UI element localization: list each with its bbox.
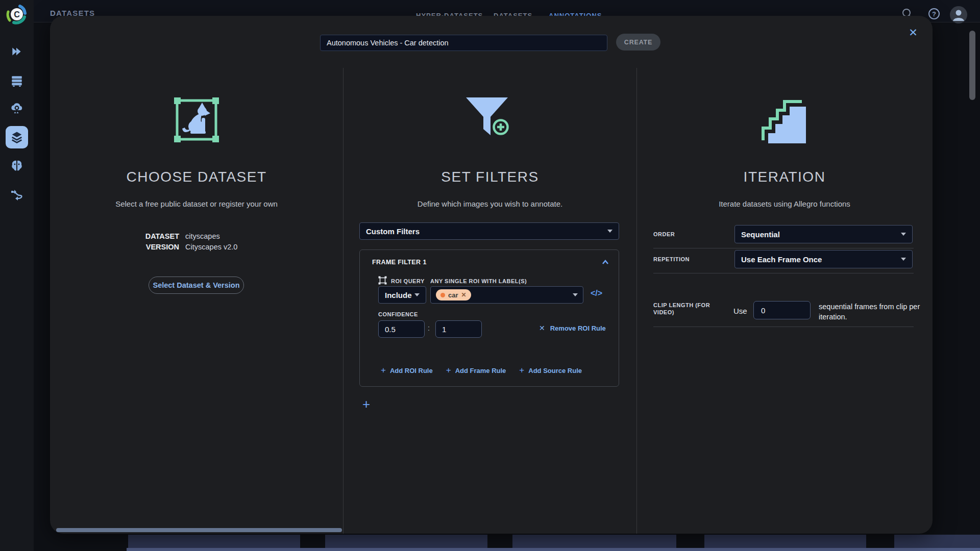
create-annotation-task-modal: CREATE ✕ CHOOSE DATASET Select a free pu… (50, 16, 933, 534)
expand-icon[interactable] (7, 41, 27, 62)
dataset-column-horizontal-scrollbar[interactable] (56, 528, 342, 532)
repetition-select[interactable]: Use Each Frame Once (734, 250, 913, 268)
dataset-field-label: DATASET (140, 232, 179, 240)
add-roi-rule-label: Add ROI Rule (390, 367, 433, 374)
roi-match-label: ANY SINGLE ROI WITH LABEL(S) (430, 278, 527, 284)
workers-icon[interactable] (7, 98, 27, 119)
add-rules-row: + Add ROI Rule + Add Frame Rule + Add So… (381, 365, 582, 375)
repetition-label: REPETITION (653, 256, 690, 262)
clip-length-suffix: sequential frames from clip per iteratio… (819, 302, 928, 322)
frame-filter-title: FRAME FILTER 1 (372, 259, 427, 266)
version-field-label: VERSION (140, 243, 179, 251)
chevron-down-icon (414, 293, 420, 296)
plus-icon: + (446, 365, 451, 375)
add-source-rule-label: Add Source Rule (528, 367, 582, 374)
svg-text:C: C (14, 10, 20, 19)
dataset-field-value: cityscapes (185, 232, 220, 240)
choose-dataset-heading: CHOOSE DATASET (74, 169, 319, 185)
filter-preset-select[interactable]: Custom Filters (359, 222, 619, 240)
roi-query-label: ROI QUERY (391, 278, 425, 284)
chip-close-icon[interactable]: ✕ (461, 291, 467, 298)
label-chip-text: car (448, 291, 458, 299)
clearml-logo[interactable]: C (6, 3, 28, 28)
filter-funnel-icon (465, 96, 514, 147)
background-table-cell (128, 535, 300, 548)
add-frame-rule-label: Add Frame Rule (455, 367, 506, 374)
background-table-cell (325, 535, 487, 548)
task-name-input[interactable] (320, 35, 607, 51)
iteration-heading: ITERATION (662, 169, 907, 185)
clip-length-input[interactable] (753, 301, 811, 319)
close-icon[interactable]: ✕ (905, 25, 921, 40)
label-color-dot (440, 293, 445, 297)
confidence-label: CONFIDENCE (378, 311, 418, 317)
datasets-icon[interactable] (7, 127, 27, 147)
frame-filter-panel: FRAME FILTER 1 ROI QUERY ANY SINGLE ROI … (359, 249, 619, 387)
chevron-down-icon (901, 233, 906, 236)
iteration-stairs-icon (760, 96, 809, 147)
models-icon[interactable] (7, 156, 27, 176)
include-select[interactable]: Include (378, 286, 426, 304)
column-divider (636, 68, 637, 534)
sidebar: C (0, 0, 34, 551)
order-value: Sequential (741, 230, 780, 239)
collapse-chevron-icon[interactable] (601, 258, 609, 267)
dataset-field-row: DATASET cityscapes (140, 232, 220, 240)
add-source-rule-link[interactable]: + Add Source Rule (519, 365, 582, 375)
background-table-cell (894, 535, 980, 548)
chevron-down-icon (573, 293, 578, 296)
set-filters-heading: SET FILTERS (368, 169, 612, 185)
choose-dataset-description: Select a free public dataset or register… (74, 199, 319, 208)
remove-roi-rule-label: Remove ROI Rule (550, 324, 606, 332)
remove-x-icon: ✕ (539, 324, 545, 332)
column-divider (343, 68, 344, 534)
page-vertical-scrollbar[interactable] (969, 31, 975, 100)
row-divider (653, 248, 914, 248)
background-table-edge (127, 548, 980, 551)
background-table-cell (704, 535, 866, 548)
iteration-description: Iterate datasets using Allegro functions (662, 199, 907, 208)
plus-icon: + (519, 365, 524, 375)
code-view-icon[interactable]: </> (591, 289, 602, 298)
create-button[interactable]: CREATE (616, 34, 660, 51)
label-chip[interactable]: car ✕ (436, 289, 471, 300)
pipelines-icon[interactable] (7, 185, 27, 205)
plus-icon: + (381, 365, 386, 375)
remove-roi-rule-link[interactable]: ✕ Remove ROI Rule (539, 324, 606, 332)
chevron-down-icon (607, 230, 612, 233)
include-value: Include (385, 291, 412, 299)
use-label: Use (733, 307, 747, 315)
background-table-cell (512, 535, 676, 548)
dataset-frame-icon (173, 96, 220, 145)
confidence-max-input[interactable] (435, 320, 482, 338)
set-filters-description: Define which images you wish to annotate… (368, 199, 612, 208)
row-divider (653, 273, 914, 273)
dog-icon (182, 103, 210, 134)
row-divider (653, 327, 914, 327)
select-dataset-version-button[interactable]: Select Dataset & Version (149, 277, 244, 294)
confidence-separator: : (428, 324, 430, 332)
roi-labels-select[interactable]: car ✕ (430, 286, 583, 304)
add-roi-rule-link[interactable]: + Add ROI Rule (381, 365, 433, 375)
order-label: ORDER (653, 231, 675, 237)
version-field-row: VERSION Cityscapes v2.0 (140, 243, 237, 251)
roi-query-icon (378, 276, 387, 287)
svg-text:?: ? (932, 10, 936, 18)
version-field-value: Cityscapes v2.0 (185, 243, 237, 251)
filter-preset-value: Custom Filters (366, 227, 420, 236)
queues-icon[interactable] (7, 70, 27, 91)
clip-length-label: CLIP LENGTH (FOR VIDEO) (653, 302, 730, 316)
chevron-down-icon (901, 258, 906, 261)
add-frame-filter-button[interactable]: + (362, 396, 370, 412)
order-select[interactable]: Sequential (734, 225, 913, 243)
add-frame-rule-link[interactable]: + Add Frame Rule (446, 365, 506, 375)
profile-avatar[interactable] (949, 6, 968, 26)
confidence-min-input[interactable] (378, 320, 425, 338)
repetition-value: Use Each Frame Once (741, 255, 822, 264)
